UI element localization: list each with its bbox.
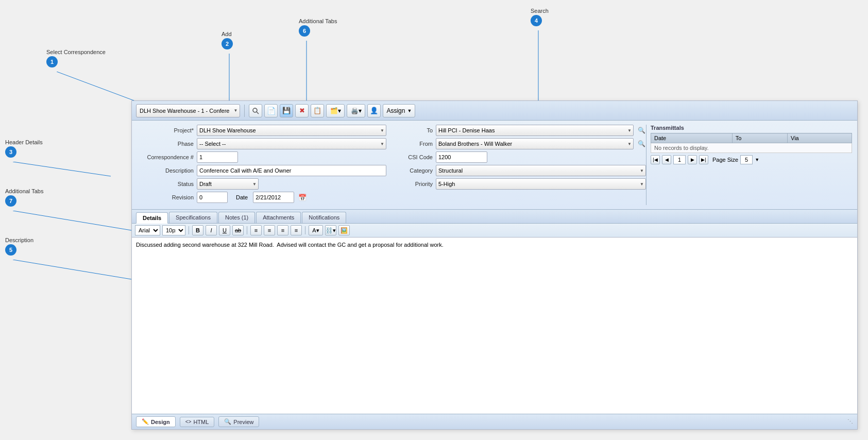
html-tab-button[interactable]: <> HTML: [180, 417, 215, 427]
from-row: From Boland Brothers - Will Walker 🔍: [397, 138, 646, 149]
project-label: Project*: [137, 127, 194, 133]
copy-icon: 📋: [313, 107, 321, 114]
from-search-button[interactable]: 🔍: [637, 139, 646, 148]
align-right-button[interactable]: ≡: [277, 225, 288, 235]
phase-select[interactable]: -- Select --: [197, 138, 386, 149]
resize-handle[interactable]: ⋱: [847, 418, 853, 425]
align-center-button[interactable]: ≡: [264, 225, 275, 235]
tab-notifications[interactable]: Notifications: [302, 212, 346, 223]
project-row: Project* DLH Shoe Warehouse: [137, 125, 386, 136]
to-search-button[interactable]: 🔍: [637, 126, 646, 135]
align-justify-button[interactable]: ≡: [291, 225, 302, 235]
date-input[interactable]: [253, 192, 294, 203]
editor-sep-3: [305, 226, 305, 234]
phase-label: Phase: [137, 141, 194, 147]
to-select-wrapper: Hill PCI - Denise Haas: [436, 125, 634, 136]
annotation-4: Search 4: [531, 8, 549, 26]
editor-sep-1: [189, 226, 189, 234]
annotation-1: Select Correspondence 1: [46, 49, 106, 67]
form-columns: Project* DLH Shoe Warehouse Phase -- Sel…: [137, 125, 646, 205]
align-left-button[interactable]: ≡: [250, 225, 262, 235]
font-color-button[interactable]: A▾: [309, 225, 323, 235]
image-button[interactable]: 🖼️: [338, 225, 350, 235]
design-icon: ✏️: [142, 418, 149, 425]
design-tab-button[interactable]: ✏️ Design: [136, 416, 176, 427]
preview-tab-button[interactable]: 🔍 Preview: [218, 416, 259, 427]
save-icon: 💾: [282, 107, 291, 114]
trans-col-date: Date: [651, 133, 733, 143]
tab-details[interactable]: Details: [136, 212, 168, 224]
annotation-5-badge: 5: [5, 244, 16, 256]
page-number-input[interactable]: [673, 155, 686, 164]
correspondence-dropdown[interactable]: DLH Shoe Warehouse - 1 - Confere: [136, 104, 240, 117]
csi-row: CSI Code: [397, 151, 646, 163]
description-input[interactable]: [197, 165, 386, 176]
bold-button[interactable]: B: [192, 225, 203, 235]
annotation-6-label: Additional Tabs: [299, 18, 337, 24]
annotation-4-label: Search: [531, 8, 549, 14]
underline-button[interactable]: U: [219, 225, 230, 235]
correspondence-label: Correspondence #: [137, 154, 194, 160]
user-icon: 👤: [370, 107, 378, 114]
html-icon: <>: [185, 419, 192, 425]
delete-icon: ✖: [299, 107, 305, 114]
priority-select-wrapper: 5-High: [436, 178, 646, 190]
page-size-input[interactable]: [740, 155, 753, 164]
page-last-button[interactable]: ▶|: [699, 155, 708, 164]
to-row: To Hill PCI - Denise Haas 🔍: [397, 125, 646, 136]
copy-button[interactable]: 📋: [311, 104, 324, 117]
search-button[interactable]: [249, 104, 262, 117]
page-prev-button[interactable]: ◀: [662, 155, 671, 164]
italic-button[interactable]: I: [206, 225, 217, 235]
annotation-5-label: Description: [5, 237, 33, 243]
strikethrough-button[interactable]: ab: [232, 225, 244, 235]
add-button[interactable]: 📄: [264, 104, 278, 117]
delete-button[interactable]: ✖: [295, 104, 309, 117]
priority-select[interactable]: 5-High: [436, 178, 646, 190]
user-button[interactable]: 👤: [367, 104, 381, 117]
tabs-bar: Details Specifications Notes (1) Attachm…: [132, 210, 857, 224]
print-button[interactable]: 🖨️▾: [347, 104, 365, 117]
revision-row: Revision Date 📅: [137, 192, 386, 203]
link-button[interactable]: ⛓️▾: [325, 225, 336, 235]
annotation-3-line: [10, 162, 113, 177]
full-layout: Select Correspondence 1 Add 2 Additional…: [0, 0, 868, 440]
trans-col-to: To: [732, 133, 787, 143]
project-select[interactable]: DLH Shoe Warehouse: [197, 125, 386, 136]
category-select[interactable]: Structural: [436, 165, 646, 176]
phase-select-wrapper: -- Select --: [197, 138, 386, 149]
annotation-7-label: Additional Tabs: [5, 188, 43, 194]
font-select[interactable]: Arial: [135, 225, 160, 235]
csi-input[interactable]: [436, 151, 487, 163]
correspondence-input[interactable]: [197, 151, 238, 163]
annotation-2: Add 2: [222, 31, 233, 49]
from-select[interactable]: Boland Brothers - Will Walker: [436, 138, 634, 149]
tab-specifications[interactable]: Specifications: [169, 212, 217, 223]
font-size-select[interactable]: 10px: [162, 225, 185, 235]
group-button[interactable]: 🗂️▾: [326, 104, 345, 117]
tab-attachments[interactable]: Attachments: [256, 212, 301, 223]
assign-button[interactable]: Assign ▼: [383, 104, 415, 117]
revision-label: Revision: [137, 194, 194, 200]
calendar-button[interactable]: 📅: [297, 192, 308, 202]
page-size-dropdown-icon[interactable]: ▼: [755, 157, 759, 162]
status-select[interactable]: Draft: [197, 178, 259, 190]
revision-input[interactable]: [197, 192, 228, 203]
status-select-wrapper: Draft: [197, 178, 259, 190]
page-next-button[interactable]: ▶: [688, 155, 697, 164]
to-label: To: [397, 127, 433, 133]
header-form: Project* DLH Shoe Warehouse Phase -- Sel…: [132, 121, 857, 210]
editor-textarea[interactable]: Discussed adding second warehouse at 322…: [132, 238, 857, 402]
annotation-2-label: Add: [222, 31, 233, 37]
save-button[interactable]: 💾: [280, 104, 293, 117]
page-first-button[interactable]: |◀: [651, 155, 660, 164]
annotation-6-badge: 6: [299, 25, 310, 37]
page-size-label: Page Size: [712, 157, 738, 163]
design-tab-label: Design: [151, 419, 170, 425]
trans-no-records: No records to display.: [651, 143, 852, 153]
correspondence-dropdown-label: DLH Shoe Warehouse - 1 - Confere: [140, 108, 229, 114]
to-select[interactable]: Hill PCI - Denise Haas: [436, 125, 634, 136]
correspondence-row: Correspondence #: [137, 151, 386, 163]
annotation-4-badge: 4: [531, 15, 542, 26]
tab-notes[interactable]: Notes (1): [218, 212, 255, 223]
